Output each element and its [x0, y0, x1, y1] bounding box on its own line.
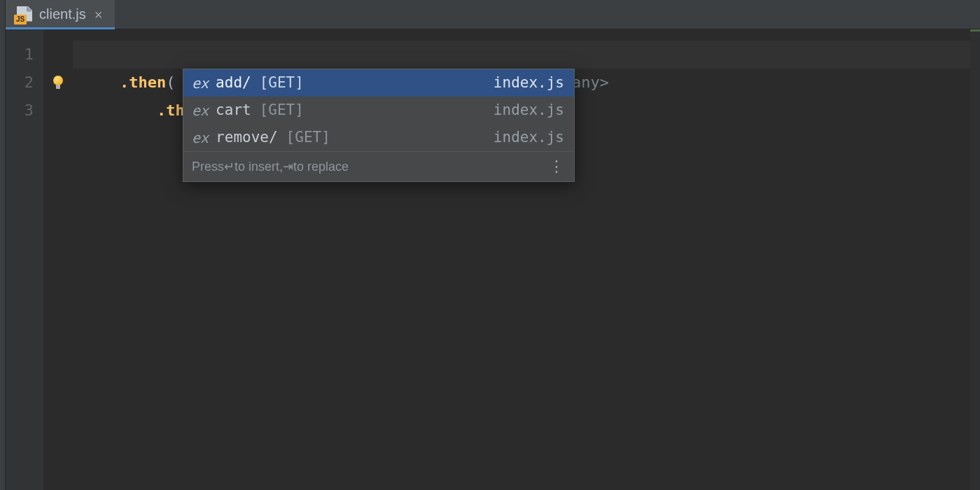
line-number: 1	[6, 41, 43, 69]
tab-filename: client.js	[39, 6, 86, 22]
close-tab-icon[interactable]: ×	[93, 8, 104, 22]
completion-method: [GET]	[286, 130, 330, 145]
editor[interactable]: 1 2 3 fetch( input: '')Promise<Response>…	[6, 29, 980, 490]
completion-file: index.js	[493, 130, 564, 145]
left-tool-strip[interactable]	[0, 0, 6, 490]
current-line-highlight	[73, 41, 980, 69]
completion-path: add/	[216, 76, 251, 90]
editor-tab-client-js[interactable]: JS client.js ×	[6, 0, 115, 29]
completion-path: remove/	[216, 130, 278, 145]
completion-popup[interactable]: exadd/[GET]index.jsexcart[GET]index.jsex…	[183, 69, 575, 182]
line-number: 3	[6, 97, 43, 125]
completion-method: [GET]	[260, 76, 304, 90]
more-options-icon[interactable]: ⋮	[549, 159, 566, 174]
completion-file: index.js	[493, 103, 564, 118]
line-number-gutter: 1 2 3	[6, 29, 43, 490]
completion-item[interactable]: exadd/[GET]index.js	[183, 69, 574, 97]
completion-file: index.js	[493, 76, 564, 90]
code-area[interactable]: fetch( input: '')Promise<Response> .then…	[73, 29, 980, 490]
completion-method: [GET]	[260, 103, 304, 118]
editor-tab-bar: JS client.js ×	[6, 0, 980, 29]
js-file-icon: JS	[14, 6, 32, 23]
gutter-icons	[43, 29, 73, 490]
tab-key-icon: ⇥	[283, 160, 293, 173]
completion-path: cart	[216, 103, 251, 118]
completion-item[interactable]: excart[GET]index.js	[183, 97, 574, 124]
enter-key-icon: ↵	[224, 160, 234, 173]
completion-item[interactable]: exremove/[GET]index.js	[183, 124, 574, 151]
line-number: 2	[6, 69, 43, 97]
intention-bulb-icon[interactable]	[51, 76, 65, 90]
vertical-scrollbar[interactable]	[970, 29, 980, 490]
completion-kind-icon: ex	[192, 76, 209, 90]
completion-kind-icon: ex	[192, 104, 209, 118]
completion-footer: Press ↵ to insert, ⇥ to replace ⋮	[183, 151, 574, 181]
completion-kind-icon: ex	[192, 131, 209, 145]
